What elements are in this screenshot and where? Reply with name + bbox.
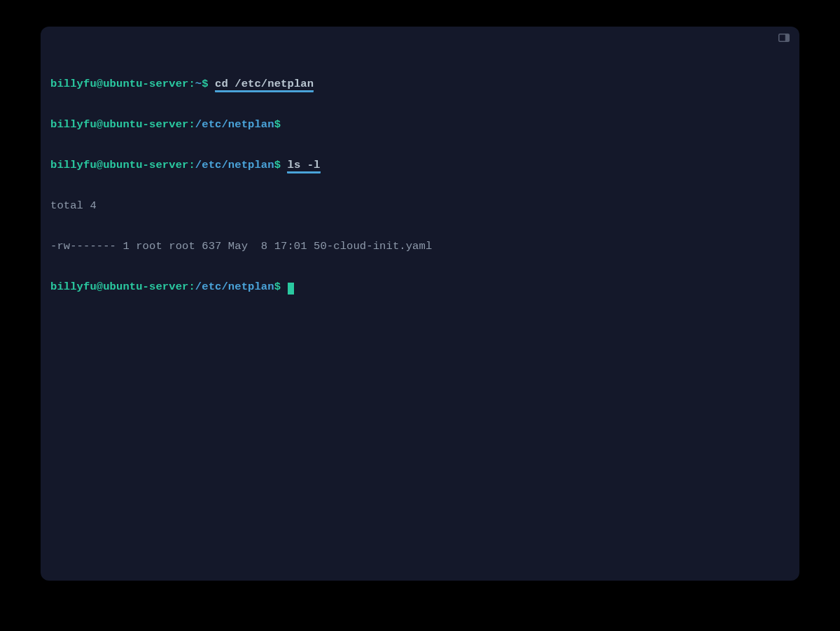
- terminal-line: billyfu@ubuntu-server:/etc/netplan$: [50, 118, 790, 132]
- prompt-path: /etc/netplan: [195, 118, 274, 131]
- terminal-line: total 4: [50, 199, 790, 213]
- prompt-userhost: billyfu@ubuntu-server: [50, 78, 188, 90]
- prompt-colon: :: [188, 78, 195, 90]
- command-text: [281, 281, 287, 293]
- prompt-symbol: $: [274, 159, 281, 171]
- terminal-content[interactable]: billyfu@ubuntu-server:~$ cd /etc/netplan…: [50, 50, 790, 322]
- prompt-path: /etc/netplan: [195, 159, 274, 171]
- output-text: -rw------- 1 root root 637 May 8 17:01 5…: [50, 240, 432, 253]
- terminal-line: billyfu@ubuntu-server:/etc/netplan$: [50, 281, 790, 294]
- terminal-window[interactable]: billyfu@ubuntu-server:~$ cd /etc/netplan…: [41, 27, 799, 581]
- panel-split-icon[interactable]: [778, 34, 790, 42]
- svg-rect-2: [786, 34, 789, 41]
- command-highlight: ls -l: [287, 159, 320, 173]
- prompt-userhost: billyfu@ubuntu-server: [50, 281, 188, 293]
- output-text: total 4: [50, 199, 97, 212]
- prompt-colon: :: [188, 118, 195, 131]
- command-highlight: cd /etc/netplan: [215, 78, 314, 92]
- terminal-line: billyfu@ubuntu-server:/etc/netplan$ ls -…: [50, 159, 790, 172]
- prompt-colon: :: [188, 281, 195, 293]
- prompt-symbol: $: [202, 78, 208, 90]
- prompt-path: ~: [195, 78, 202, 90]
- terminal-line: -rw------- 1 root root 637 May 8 17:01 5…: [50, 240, 790, 253]
- prompt-path: /etc/netplan: [195, 281, 274, 293]
- terminal-line: billyfu@ubuntu-server:~$ cd /etc/netplan: [50, 78, 790, 91]
- command-text: [209, 78, 215, 90]
- cursor: [288, 283, 294, 295]
- prompt-userhost: billyfu@ubuntu-server: [50, 159, 188, 171]
- prompt-colon: :: [188, 159, 195, 171]
- prompt-userhost: billyfu@ubuntu-server: [50, 118, 188, 131]
- prompt-symbol: $: [274, 118, 281, 131]
- prompt-symbol: $: [274, 281, 281, 293]
